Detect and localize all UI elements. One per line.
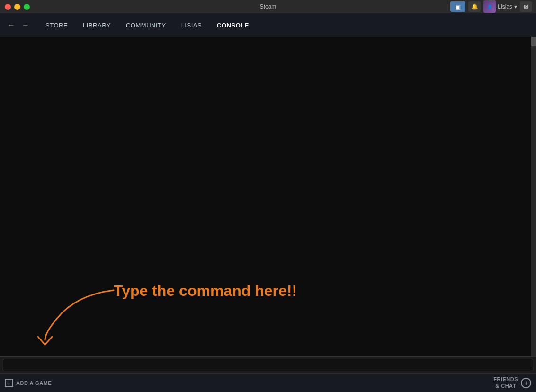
user-avatar-area[interactable]: 👤 Lisias ▾ bbox=[483, 0, 517, 13]
monitor-icon: ▣ bbox=[455, 3, 461, 10]
title-bar: Steam ▣ 🔔 👤 Lisias ▾ ⊠ bbox=[0, 0, 536, 13]
app-title: Steam bbox=[260, 3, 277, 10]
nav-console[interactable]: CONSOLE bbox=[210, 19, 256, 32]
nav-arrows: ← → bbox=[5, 19, 32, 31]
friends-chat-icon: + bbox=[521, 378, 531, 388]
annotation-arrow bbox=[19, 285, 123, 347]
nav-lisias[interactable]: LISIAS bbox=[175, 19, 208, 32]
nav-community[interactable]: COMMUNITY bbox=[119, 19, 173, 32]
back-button[interactable]: ← bbox=[5, 19, 18, 31]
monitor-button[interactable]: ▣ bbox=[450, 1, 465, 12]
title-bar-right-controls: ▣ 🔔 👤 Lisias ▾ ⊠ bbox=[450, 0, 532, 13]
minimize-to-tray-button[interactable]: ⊠ bbox=[520, 1, 532, 12]
bell-icon: 🔔 bbox=[471, 3, 478, 10]
forward-button[interactable]: → bbox=[19, 19, 32, 31]
console-output-area: Type the command here!! bbox=[0, 37, 536, 356]
scrollbar[interactable] bbox=[531, 37, 536, 356]
settings-button[interactable]: 🔔 bbox=[468, 1, 481, 12]
nav-store[interactable]: STORE bbox=[39, 19, 74, 32]
bottom-bar: + ADD A GAME FRIENDS & CHAT + bbox=[0, 373, 536, 392]
scrollbar-thumb[interactable] bbox=[531, 37, 536, 46]
nav-bar: ← → STORE LIBRARY COMMUNITY LISIAS CONSO… bbox=[0, 13, 536, 37]
console-input[interactable] bbox=[3, 359, 533, 371]
maximize-button[interactable] bbox=[24, 4, 30, 10]
add-game-label: ADD A GAME bbox=[16, 380, 52, 386]
nav-library[interactable]: LIBRARY bbox=[76, 19, 117, 32]
friends-chat-button[interactable]: FRIENDS & CHAT + bbox=[493, 376, 531, 389]
tray-icon: ⊠ bbox=[524, 3, 528, 10]
annotation-text: Type the command here!! bbox=[114, 282, 297, 300]
close-button[interactable] bbox=[5, 4, 11, 10]
friends-chat-label: FRIENDS & CHAT bbox=[493, 376, 518, 389]
add-game-button[interactable]: + ADD A GAME bbox=[5, 379, 52, 387]
add-game-icon: + bbox=[5, 379, 13, 387]
command-input-bar bbox=[0, 356, 536, 373]
window-controls bbox=[5, 4, 30, 10]
minimize-button[interactable] bbox=[14, 4, 20, 10]
dropdown-arrow: ▾ bbox=[514, 3, 517, 10]
username-label: Lisias bbox=[498, 3, 512, 10]
avatar: 👤 bbox=[483, 0, 496, 13]
